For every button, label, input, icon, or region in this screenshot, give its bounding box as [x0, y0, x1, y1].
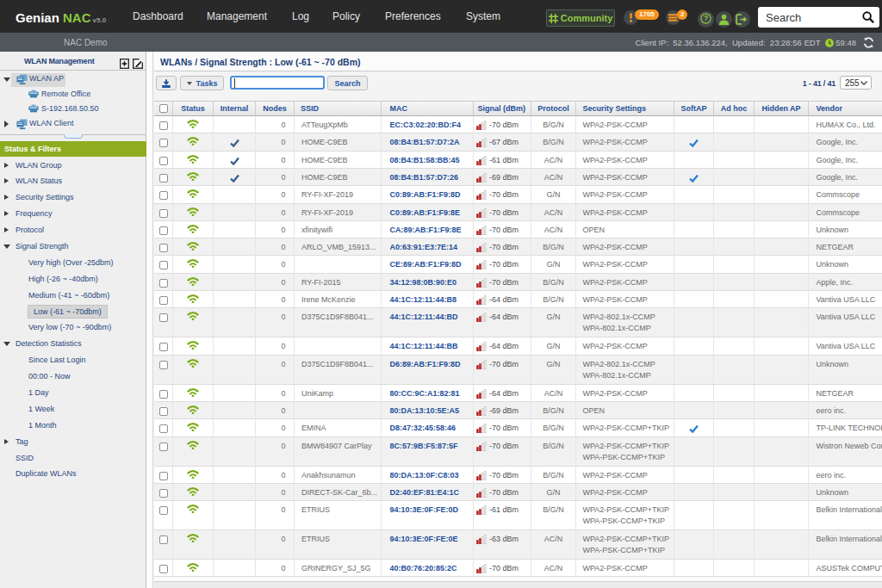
svg-text:?: ?	[704, 14, 708, 22]
